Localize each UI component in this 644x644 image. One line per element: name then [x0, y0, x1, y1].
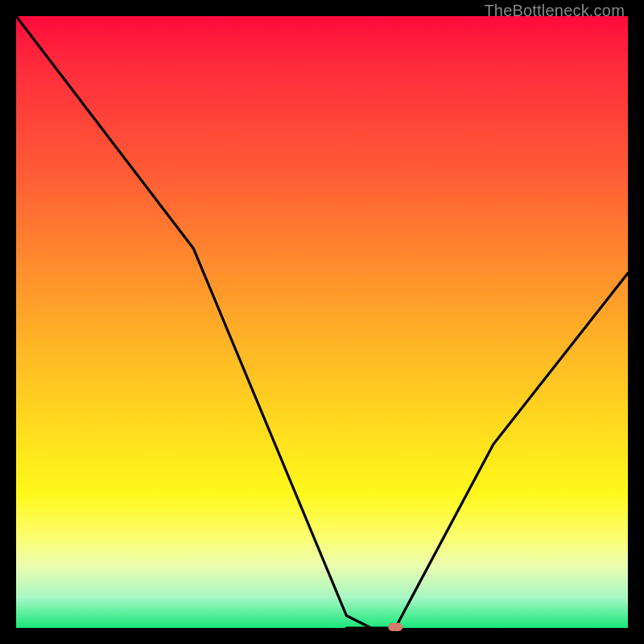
minimum-marker: [388, 623, 402, 631]
plot-area: [16, 16, 628, 628]
curve-right: [395, 273, 628, 628]
chart-frame: TheBottleneck.com: [0, 0, 644, 644]
curve-left: [16, 16, 371, 628]
curve-svg: [16, 16, 628, 628]
